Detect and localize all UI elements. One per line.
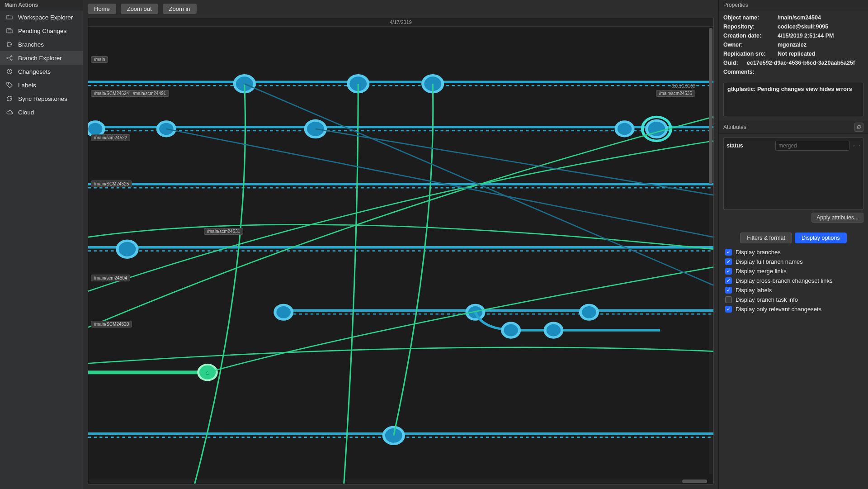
- graph-date-header: 4/17/2019: [88, 18, 713, 27]
- sync-icon: [5, 95, 14, 103]
- option-display-cross-branch-links[interactable]: ✓ Display cross-branch changeset links: [725, 277, 862, 284]
- checkbox-icon: ✓: [725, 287, 732, 294]
- svg-point-20: [616, 122, 633, 136]
- sidebar-item-label: Branches: [18, 41, 44, 48]
- svg-point-3: [7, 46, 9, 47]
- sidebar-item-label: Cloud: [18, 109, 34, 116]
- properties-header: Properties: [719, 0, 868, 10]
- tab-filters-format[interactable]: Filters & format: [740, 233, 792, 243]
- remove-attribute-icon[interactable]: [859, 142, 860, 149]
- toolbar: Home Zoom out Zoom in: [83, 0, 718, 18]
- branch-label-scm24535[interactable]: /main/scm24535: [656, 90, 695, 97]
- sidebar-item-label: Branch Explorer: [18, 55, 62, 62]
- pending-icon: [5, 27, 14, 35]
- svg-point-6: [11, 56, 12, 57]
- prop-comments-label: Comments:: [723, 67, 863, 76]
- sidebar-item-branch-explorer[interactable]: Branch Explorer: [0, 51, 83, 65]
- prop-guid: Guid: ec17e592-d9ac-4536-b6cd-3a20aab5a2…: [723, 58, 863, 67]
- sidebar-item-label: Changesets: [18, 68, 51, 75]
- refresh-attributes-icon[interactable]: [854, 123, 863, 132]
- svg-point-34: [545, 323, 562, 337]
- option-display-branch-task-info[interactable]: Display branch task info: [725, 296, 862, 303]
- sidebar-item-label: Sync Repositories: [18, 95, 67, 102]
- svg-text:⌂: ⌂: [205, 370, 209, 376]
- svg-point-40: [384, 427, 404, 444]
- svg-point-27: [117, 241, 137, 257]
- branch-label-scm24522[interactable]: /main/scm24522: [91, 134, 130, 141]
- comments-box[interactable]: gtkplastic: Pending changes view hides e…: [723, 83, 863, 116]
- prop-replication-src: Replication src: Not replicated: [723, 49, 863, 58]
- home-button[interactable]: Home: [88, 4, 116, 14]
- branch-label-scm24520[interactable]: /main/SCM24520: [91, 321, 132, 328]
- sidebar-item-pending-changes[interactable]: Pending Changes: [0, 24, 83, 38]
- svg-rect-0: [7, 28, 11, 33]
- attributes-body: status: [723, 138, 863, 210]
- svg-point-21: [646, 120, 666, 137]
- attribute-row-status: status: [726, 141, 860, 151]
- prop-creation-date: Creation date: 4/15/2019 2:51:44 PM: [723, 31, 863, 40]
- graph-scrollbar-vertical[interactable]: [709, 28, 712, 474]
- sidebar-item-sync-repositories[interactable]: Sync Repositories: [0, 92, 83, 105]
- branch-label-scm24531[interactable]: /main/scm24531: [204, 228, 243, 235]
- right-panel: Properties Object name: /main/scm24504 R…: [719, 0, 868, 489]
- checkbox-icon: ✓: [725, 277, 732, 284]
- svg-point-32: [580, 305, 598, 319]
- sidebar-item-label: Pending Changes: [18, 28, 66, 34]
- svg-point-33: [502, 323, 519, 337]
- sidebar: Main Actions Workspace Explorer Pending …: [0, 0, 83, 489]
- sidebar-item-labels[interactable]: Labels: [0, 78, 83, 92]
- zoom-out-button[interactable]: Zoom out: [121, 4, 158, 14]
- display-options-list: ✓ Display branches ✓ Display full branch…: [719, 247, 868, 319]
- option-display-only-relevant-changesets[interactable]: ✓ Display only relevant changesets: [725, 306, 862, 313]
- tab-display-options[interactable]: Display options: [795, 233, 847, 243]
- svg-point-30: [275, 305, 292, 319]
- graph-scrollbar-horizontal[interactable]: [89, 480, 707, 483]
- option-display-merge-links[interactable]: ✓ Display merge links: [725, 268, 862, 275]
- branch-explorer-icon: [5, 54, 14, 62]
- sidebar-item-changesets[interactable]: Changesets: [0, 65, 83, 78]
- attributes-header: Attributes: [719, 121, 868, 134]
- svg-point-5: [7, 57, 8, 59]
- svg-point-7: [11, 59, 12, 61]
- branches-icon: [5, 40, 14, 48]
- changesets-icon: [5, 67, 14, 76]
- option-display-labels[interactable]: ✓ Display labels: [725, 287, 862, 294]
- prop-owner: Owner: mgonzalez: [723, 40, 863, 49]
- branch-label-main[interactable]: /main: [91, 56, 108, 63]
- attribute-value-input[interactable]: [775, 141, 849, 151]
- sidebar-item-branches[interactable]: Branches: [0, 38, 83, 51]
- version-label: 8.0.16.3163: [671, 84, 695, 89]
- sidebar-item-label: Workspace Explorer: [18, 14, 73, 21]
- branch-label-scm24524[interactable]: /main/SCM24524: [91, 90, 132, 97]
- sidebar-item-label: Labels: [18, 82, 36, 89]
- edit-attribute-icon[interactable]: [853, 142, 855, 149]
- attribute-name: status: [726, 142, 772, 149]
- labels-icon: [5, 81, 14, 89]
- branch-label-scm24504[interactable]: /main/scm24504: [91, 275, 130, 281]
- cloud-icon: [5, 108, 14, 116]
- svg-rect-1: [8, 30, 12, 33]
- checkbox-icon: ✓: [725, 249, 732, 256]
- checkbox-icon: [725, 296, 732, 303]
- checkbox-icon: ✓: [725, 306, 732, 313]
- checkbox-icon: ✓: [725, 268, 732, 275]
- svg-point-2: [7, 42, 9, 43]
- sidebar-item-cloud[interactable]: Cloud: [0, 105, 83, 119]
- properties-body: Object name: /main/scm24504 Repository: …: [719, 10, 868, 81]
- zoom-in-button[interactable]: Zoom in: [163, 4, 197, 14]
- main-panel: Home Zoom out Zoom in 4/17/2019 .trk { s…: [83, 0, 719, 489]
- option-display-branches[interactable]: ✓ Display branches: [725, 249, 862, 256]
- svg-point-9: [8, 83, 9, 84]
- folder-icon: [5, 13, 14, 21]
- display-tabs: Filters & format Display options: [723, 233, 863, 243]
- sidebar-header: Main Actions: [0, 0, 83, 10]
- branch-graph[interactable]: 4/17/2019 .trk { stroke:#2aa7cc; stroke-…: [88, 18, 714, 484]
- sidebar-item-workspace-explorer[interactable]: Workspace Explorer: [0, 10, 83, 24]
- apply-attributes-button[interactable]: Apply attributes...: [811, 213, 863, 223]
- checkbox-icon: ✓: [725, 258, 732, 265]
- prop-object-name: Object name: /main/scm24504: [723, 13, 863, 22]
- branch-label-scm24491[interactable]: /main/scm24491: [130, 90, 169, 97]
- option-display-full-branch-names[interactable]: ✓ Display full branch names: [725, 258, 862, 265]
- branch-label-scm24525[interactable]: /main/SCM24525: [91, 180, 132, 187]
- graph-canvas[interactable]: .trk { stroke:#2aa7cc; stroke-width:4; }…: [88, 27, 713, 484]
